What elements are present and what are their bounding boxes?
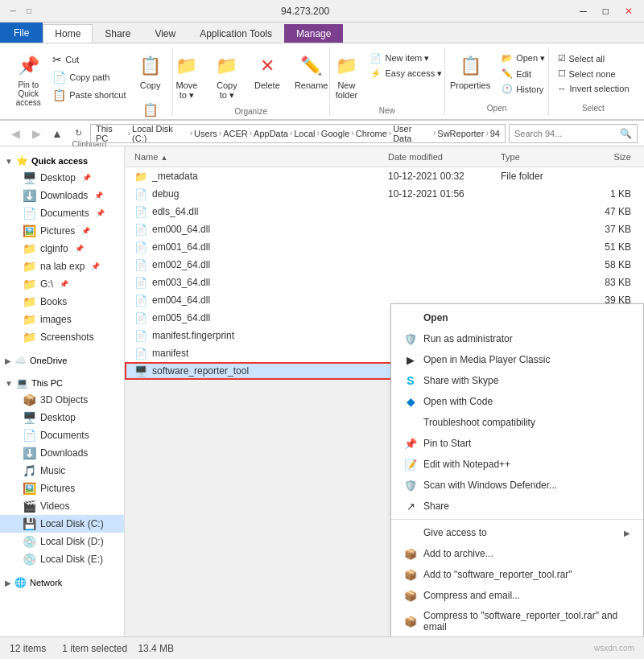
paste-shortcut-button[interactable]: 📋 Paste shortcut: [49, 87, 129, 103]
sidebar-item-g-drive[interactable]: 📁 G:\ 📌: [0, 275, 124, 293]
open-ribbon-button[interactable]: 📂 Open ▾: [498, 51, 548, 65]
ribbon-tabs: File Home Share View Application Tools M…: [0, 23, 644, 43]
forward-button[interactable]: ▶: [27, 125, 45, 142]
sidebar-item-screenshots[interactable]: 📁 Screenshots: [0, 328, 124, 346]
invert-selection-button[interactable]: ↔ Invert selection: [555, 82, 633, 95]
table-row[interactable]: 📄 em002_64.dll 58 KB: [125, 256, 644, 274]
table-row[interactable]: 📁 _metadata 10-12-2021 00:32 File folder: [125, 167, 644, 185]
refresh-button[interactable]: ↻: [69, 125, 87, 142]
pin-quick-button[interactable]: 📌 Pin to Quickaccess: [10, 50, 46, 110]
sidebar-item-local-disk-e[interactable]: 💿 Local Disk (E:): [0, 550, 124, 568]
table-row[interactable]: 📄 edls_64.dll 47 KB: [125, 203, 644, 220]
sidebar-item-local-disk-c[interactable]: 💾 Local Disk (C:): [0, 515, 124, 533]
ctx-troubleshoot[interactable]: Troubleshoot compatibility: [391, 412, 643, 433]
cut-button[interactable]: ✂ Cut: [49, 51, 129, 68]
ctx-compress-email[interactable]: 📦 Compress and email...: [391, 585, 643, 606]
title-maximize[interactable]: □: [598, 6, 613, 17]
tab-share[interactable]: Share: [93, 24, 142, 43]
ctx-run-as-admin[interactable]: 🛡️ Run as administrator: [391, 328, 643, 349]
sidebar-item-na-lab-exp[interactable]: 📁 na lab exp 📌: [0, 257, 124, 275]
table-row[interactable]: 📄 em003_64.dll 83 KB: [125, 274, 644, 291]
copy-button[interactable]: 📋 Copy: [133, 50, 168, 93]
expand-arrow: ▼: [5, 379, 13, 388]
col-type-header[interactable]: Type: [501, 152, 581, 162]
select-all-button[interactable]: ☑ Select all: [555, 51, 633, 65]
expand-arrow: ▼: [5, 157, 13, 166]
sidebar-item-music[interactable]: 🎵 Music: [0, 462, 124, 480]
copy-to-icon: 📁: [214, 53, 240, 79]
tab-home[interactable]: Home: [43, 24, 93, 43]
sidebar-item-images[interactable]: 📁 images: [0, 311, 124, 328]
sidebar-item-documents[interactable]: 📄 Documents 📌: [0, 204, 124, 222]
edit-button[interactable]: ✏️ Edit: [498, 67, 548, 80]
sidebar-item-videos[interactable]: 🎬 Videos: [0, 497, 124, 515]
search-input[interactable]: [514, 129, 620, 138]
tab-application-tools[interactable]: Application Tools: [188, 24, 284, 43]
sidebar-item-pictures[interactable]: 🖼️ Pictures 📌: [0, 222, 124, 240]
sidebar-item-books[interactable]: 📁 Books: [0, 293, 124, 311]
sidebar-item-documents2[interactable]: 📄 Documents: [0, 426, 124, 444]
properties-icon: 📋: [457, 53, 483, 79]
title-minimize[interactable]: ─: [575, 6, 592, 17]
up-button[interactable]: ▲: [48, 125, 66, 142]
rename-button[interactable]: ✏️ Rename: [290, 50, 333, 93]
table-row[interactable]: 📄 em001_64.dll 51 KB: [125, 238, 644, 256]
ctx-give-access[interactable]: Give access to ▶: [391, 522, 643, 543]
sidebar-item-pictures2[interactable]: 🖼️ Pictures: [0, 480, 124, 497]
minimize-icon[interactable]: ─: [6, 5, 19, 18]
move-to-button[interactable]: 📁 Moveto ▾: [169, 50, 204, 104]
expand-arrow: ▶: [5, 356, 11, 365]
file-list-header: Name ▲ Date modified Type Size: [125, 146, 644, 167]
ctx-edit-notepad[interactable]: 📝 Edit with Notepad++: [391, 454, 643, 475]
select-none-button[interactable]: ☐ Select none: [555, 67, 633, 80]
ribbon-group-organize: 📁 Moveto ▾ 📁 Copyto ▾ ✕ Delete ✏️ Rename…: [173, 47, 330, 116]
address-path[interactable]: This PC › Local Disk (C:) › Users › ACER…: [90, 124, 506, 143]
maximize-icon[interactable]: □: [23, 5, 35, 18]
col-size-header[interactable]: Size: [581, 152, 638, 162]
paste-icon: 📋: [138, 97, 163, 122]
sidebar-item-clginfo[interactable]: 📁 clginfo 📌: [0, 240, 124, 257]
ctx-open-media[interactable]: ▶ Open in Media Player Classic: [391, 349, 643, 370]
copy-to-button[interactable]: 📁 Copyto ▾: [209, 50, 245, 104]
this-pc-header[interactable]: ▼ 💻 This PC: [0, 375, 124, 391]
network-header[interactable]: ▶ 🌐 Network: [0, 575, 124, 591]
new-folder-button[interactable]: 📁 Newfolder: [328, 50, 364, 103]
sidebar-item-3d-objects[interactable]: 📦 3D Objects: [0, 391, 124, 409]
table-row[interactable]: 📄 em000_64.dll 37 KB: [125, 220, 644, 238]
back-button[interactable]: ◀: [6, 125, 24, 142]
ctx-scan-defender[interactable]: 🛡️ Scan with Windows Defender...: [391, 475, 643, 496]
ctx-compress-rar-email[interactable]: 📦 Compress to "software_reporter_tool.ra…: [391, 606, 643, 636]
ctx-pin-start[interactable]: 📌 Pin to Start: [391, 433, 643, 454]
tab-view[interactable]: View: [142, 24, 188, 43]
ctx-share[interactable]: ↗ Share: [391, 496, 643, 517]
tab-file[interactable]: File: [0, 23, 43, 43]
sidebar-item-downloads2[interactable]: ⬇️ Downloads: [0, 444, 124, 462]
tab-manage[interactable]: Manage: [284, 24, 343, 43]
properties-button[interactable]: 📋 Properties: [445, 50, 495, 93]
easy-access-button[interactable]: ⚡ Easy access ▾: [367, 67, 445, 80]
sidebar-item-desktop[interactable]: 🖥️ Desktop 📌: [0, 169, 124, 187]
ctx-open-code[interactable]: ◆ Open with Code: [391, 391, 643, 412]
col-name-header[interactable]: Name ▲: [131, 152, 388, 162]
screenshots-icon: 📁: [23, 331, 35, 344]
ctx-add-archive[interactable]: 📦 Add to archive...: [391, 543, 643, 564]
onedrive-header[interactable]: ▶ ☁️ OneDrive: [0, 352, 124, 369]
sidebar-item-desktop2[interactable]: 🖥️ Desktop: [0, 409, 124, 426]
copy-path-button[interactable]: 📄 Copy path: [49, 69, 129, 85]
col-date-header[interactable]: Date modified: [388, 152, 501, 162]
sidebar-item-local-disk-d[interactable]: 💿 Local Disk (D:): [0, 533, 124, 550]
pin-icon: 📌: [94, 192, 103, 200]
quick-access-header[interactable]: ▼ ⭐ Quick access: [0, 153, 124, 169]
sidebar-item-downloads[interactable]: ⬇️ Downloads 📌: [0, 187, 124, 204]
history-button[interactable]: 🕐 History: [498, 82, 548, 96]
ctx-add-rar[interactable]: 📦 Add to "software_reporter_tool.rar": [391, 564, 643, 585]
table-row[interactable]: 📄 debug 10-12-2021 01:56 1 KB: [125, 185, 644, 203]
select-label: Select: [582, 101, 605, 113]
title-close[interactable]: ✕: [620, 6, 638, 17]
ctx-share-skype[interactable]: S Share with Skype: [391, 370, 643, 391]
ctx-open[interactable]: Open: [391, 307, 643, 328]
na-lab-icon: 📁: [23, 260, 35, 273]
delete-ribbon-button[interactable]: ✕ Delete: [250, 50, 285, 93]
new-item-button[interactable]: 📄 New item ▾: [367, 51, 445, 65]
search-box[interactable]: 🔍: [509, 124, 638, 143]
